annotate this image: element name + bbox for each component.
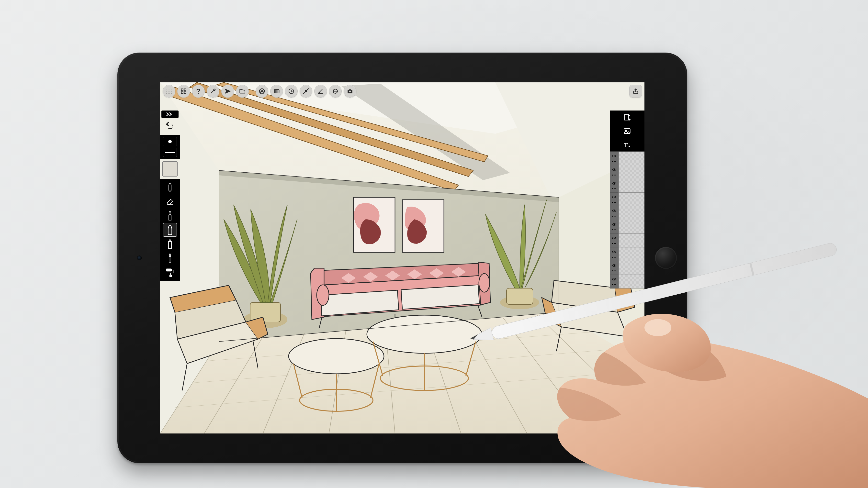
svg-rect-75 — [181, 89, 183, 91]
svg-point-69 — [166, 91, 167, 92]
home-button[interactable] — [655, 247, 677, 269]
svg-rect-84 — [274, 90, 279, 93]
svg-text:T: T — [624, 142, 628, 148]
highlighter-tool-icon[interactable] — [163, 237, 177, 251]
svg-point-90 — [349, 91, 351, 92]
layer-2[interactable] — [610, 261, 645, 275]
tablet-device: ? — [117, 53, 687, 463]
marker-tool-icon[interactable] — [163, 223, 177, 237]
pen-tool-icon[interactable] — [163, 209, 177, 223]
svg-point-56 — [367, 315, 482, 353]
svg-point-121 — [614, 279, 615, 280]
expand-panel-icon[interactable] — [161, 110, 179, 118]
layers-list — [610, 152, 645, 289]
layer-4[interactable] — [610, 234, 645, 248]
apps-icon[interactable] — [177, 85, 190, 98]
layer-8[interactable] — [610, 179, 645, 193]
svg-point-105 — [614, 169, 615, 170]
image-layer-icon[interactable] — [610, 124, 645, 138]
svg-point-43 — [317, 285, 329, 305]
svg-point-117 — [614, 251, 615, 252]
svg-point-71 — [171, 91, 172, 92]
svg-rect-92 — [169, 215, 171, 220]
protractor-icon[interactable] — [314, 85, 327, 98]
svg-rect-76 — [184, 89, 186, 91]
paper-plane-icon[interactable] — [221, 85, 234, 98]
svg-rect-94 — [168, 241, 172, 249]
svg-rect-93 — [168, 228, 172, 235]
layer-7[interactable] — [610, 193, 645, 206]
eraser-tool-icon[interactable] — [163, 195, 177, 208]
svg-point-57 — [288, 338, 384, 374]
pencil-tool-icon[interactable] — [163, 181, 177, 194]
scale-1-label: 1.0cm — [628, 418, 640, 423]
ruler-dot-icon[interactable] — [300, 85, 312, 98]
svg-rect-77 — [181, 92, 183, 94]
layer-5[interactable] — [610, 220, 645, 234]
layer-9[interactable] — [610, 165, 645, 179]
svg-point-74 — [171, 93, 172, 94]
new-layer-icon[interactable] — [610, 110, 645, 124]
grid-icon[interactable] — [163, 85, 175, 98]
paint-roller-tool-icon[interactable] — [163, 265, 177, 279]
svg-point-113 — [614, 224, 615, 225]
svg-point-66 — [166, 89, 167, 90]
scale-indicator: 1.0cm 0.5cm — [596, 418, 640, 429]
brush-size-line[interactable] — [163, 148, 177, 157]
svg-point-111 — [614, 210, 615, 211]
svg-point-44 — [479, 273, 490, 292]
svg-point-107 — [614, 183, 615, 184]
fine-pen-tool-icon[interactable] — [163, 251, 177, 265]
top-right-toolbar — [629, 85, 642, 98]
wrench-icon[interactable] — [207, 85, 219, 98]
drawing-canvas[interactable] — [160, 83, 645, 433]
scale-2-label: 0.5cm — [628, 424, 640, 429]
svg-point-72 — [166, 93, 167, 94]
svg-point-115 — [614, 238, 615, 239]
layer-1[interactable] — [610, 275, 645, 289]
svg-rect-98 — [624, 115, 629, 120]
camera-icon[interactable] — [344, 85, 356, 98]
svg-rect-30 — [506, 288, 533, 304]
svg-point-109 — [614, 197, 615, 198]
gradient-icon[interactable] — [270, 85, 283, 98]
help-icon[interactable]: ? — [192, 85, 205, 98]
svg-point-70 — [168, 91, 169, 92]
symmetry-icon[interactable] — [256, 85, 268, 98]
svg-rect-78 — [184, 92, 186, 94]
right-layers-panel: T — [610, 110, 645, 289]
svg-rect-123 — [749, 263, 754, 275]
clock-icon[interactable] — [285, 85, 298, 98]
svg-point-67 — [168, 89, 169, 90]
undo-icon[interactable] — [163, 120, 177, 132]
svg-point-73 — [168, 93, 169, 94]
svg-point-68 — [171, 89, 172, 90]
share-icon[interactable] — [629, 85, 642, 98]
app-screen: ? — [160, 83, 645, 433]
svg-point-87 — [305, 91, 307, 92]
front-camera — [137, 256, 142, 260]
text-layer-icon[interactable]: T — [610, 138, 645, 152]
svg-point-119 — [614, 265, 615, 266]
svg-rect-96 — [166, 269, 172, 271]
target-icon[interactable] — [329, 85, 342, 98]
sketch-illustration — [160, 83, 645, 433]
layer-10[interactable] — [610, 152, 645, 165]
svg-point-103 — [614, 156, 615, 157]
left-tool-panel — [160, 110, 180, 281]
layer-3[interactable] — [610, 248, 645, 261]
top-toolbar: ? — [163, 85, 356, 98]
svg-rect-95 — [169, 257, 171, 263]
brush-size-dot[interactable] — [163, 137, 177, 146]
current-color-swatch[interactable] — [162, 161, 178, 176]
layer-6[interactable] — [610, 206, 645, 220]
perspective-icon[interactable] — [236, 85, 249, 98]
